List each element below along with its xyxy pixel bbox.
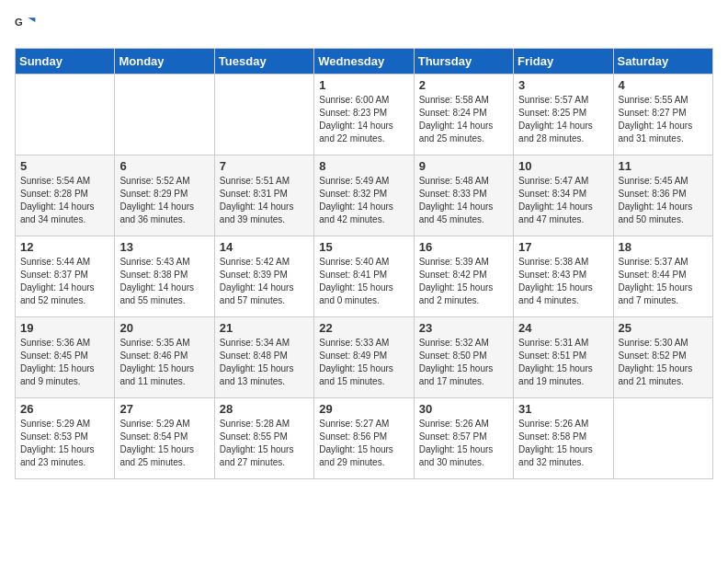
day-number: 28 — [220, 402, 309, 416]
calendar-cell: 28Sunrise: 5:28 AM Sunset: 8:55 PM Dayli… — [214, 398, 313, 479]
day-info: Sunrise: 5:33 AM Sunset: 8:49 PM Dayligh… — [319, 337, 408, 388]
day-number: 16 — [419, 240, 508, 254]
calendar-cell: 19Sunrise: 5:36 AM Sunset: 8:45 PM Dayli… — [16, 317, 115, 398]
day-info: Sunrise: 5:44 AM Sunset: 8:37 PM Dayligh… — [20, 256, 109, 307]
calendar-week-0: 1Sunrise: 6:00 AM Sunset: 8:23 PM Daylig… — [16, 75, 713, 155]
day-number: 26 — [20, 402, 109, 416]
day-info: Sunrise: 5:39 AM Sunset: 8:42 PM Dayligh… — [419, 256, 508, 307]
calendar-cell: 6Sunrise: 5:52 AM Sunset: 8:29 PM Daylig… — [115, 155, 214, 236]
calendar-cell: 1Sunrise: 6:00 AM Sunset: 8:23 PM Daylig… — [314, 75, 414, 155]
day-info: Sunrise: 5:27 AM Sunset: 8:56 PM Dayligh… — [319, 418, 408, 469]
calendar-cell: 21Sunrise: 5:34 AM Sunset: 8:48 PM Dayli… — [214, 317, 313, 398]
day-number: 6 — [119, 159, 209, 173]
day-info: Sunrise: 5:28 AM Sunset: 8:55 PM Dayligh… — [220, 418, 309, 469]
day-info: Sunrise: 5:40 AM Sunset: 8:41 PM Dayligh… — [319, 256, 408, 307]
day-info: Sunrise: 5:58 AM Sunset: 8:24 PM Dayligh… — [419, 94, 508, 145]
calendar-cell: 13Sunrise: 5:43 AM Sunset: 8:38 PM Dayli… — [115, 236, 214, 317]
day-info: Sunrise: 5:37 AM Sunset: 8:44 PM Dayligh… — [619, 256, 708, 307]
day-info: Sunrise: 5:45 AM Sunset: 8:36 PM Dayligh… — [619, 175, 708, 226]
calendar-header-wednesday: Wednesday — [314, 49, 414, 75]
day-number: 4 — [619, 78, 708, 92]
day-info: Sunrise: 5:26 AM Sunset: 8:58 PM Dayligh… — [518, 418, 608, 469]
calendar-cell — [214, 75, 313, 155]
day-number: 21 — [220, 321, 309, 335]
day-number: 14 — [220, 240, 309, 254]
day-info: Sunrise: 5:57 AM Sunset: 8:25 PM Dayligh… — [518, 94, 608, 145]
day-number: 13 — [119, 240, 209, 254]
day-info: Sunrise: 5:35 AM Sunset: 8:46 PM Dayligh… — [119, 337, 209, 388]
calendar-header-row: SundayMondayTuesdayWednesdayThursdayFrid… — [16, 49, 713, 75]
day-number: 12 — [20, 240, 109, 254]
day-number: 17 — [518, 240, 608, 254]
day-number: 31 — [518, 402, 608, 416]
day-number: 7 — [220, 159, 309, 173]
calendar-cell: 24Sunrise: 5:31 AM Sunset: 8:51 PM Dayli… — [514, 317, 613, 398]
calendar-week-1: 5Sunrise: 5:54 AM Sunset: 8:28 PM Daylig… — [16, 155, 713, 236]
day-info: Sunrise: 5:51 AM Sunset: 8:31 PM Dayligh… — [220, 175, 309, 226]
calendar-cell: 16Sunrise: 5:39 AM Sunset: 8:42 PM Dayli… — [414, 236, 513, 317]
calendar-cell: 3Sunrise: 5:57 AM Sunset: 8:25 PM Daylig… — [514, 75, 613, 155]
day-info: Sunrise: 5:38 AM Sunset: 8:43 PM Dayligh… — [518, 256, 608, 307]
calendar-cell: 15Sunrise: 5:40 AM Sunset: 8:41 PM Dayli… — [314, 236, 414, 317]
day-info: Sunrise: 5:48 AM Sunset: 8:33 PM Dayligh… — [419, 175, 508, 226]
logo: G — [15, 15, 40, 37]
svg-text:G: G — [15, 17, 23, 28]
calendar-cell: 23Sunrise: 5:32 AM Sunset: 8:50 PM Dayli… — [414, 317, 513, 398]
day-info: Sunrise: 5:34 AM Sunset: 8:48 PM Dayligh… — [220, 337, 309, 388]
day-number: 23 — [419, 321, 508, 335]
day-info: Sunrise: 5:54 AM Sunset: 8:28 PM Dayligh… — [20, 175, 109, 226]
calendar-cell: 20Sunrise: 5:35 AM Sunset: 8:46 PM Dayli… — [115, 317, 214, 398]
calendar-body: 1Sunrise: 6:00 AM Sunset: 8:23 PM Daylig… — [16, 75, 713, 479]
calendar-week-4: 26Sunrise: 5:29 AM Sunset: 8:53 PM Dayli… — [16, 398, 713, 479]
day-info: Sunrise: 6:00 AM Sunset: 8:23 PM Dayligh… — [319, 94, 408, 145]
svg-marker-1 — [28, 17, 35, 22]
day-number: 19 — [20, 321, 109, 335]
calendar-cell: 18Sunrise: 5:37 AM Sunset: 8:44 PM Dayli… — [613, 236, 712, 317]
day-info: Sunrise: 5:32 AM Sunset: 8:50 PM Dayligh… — [419, 337, 508, 388]
page-header: G — [15, 15, 713, 37]
calendar-cell: 4Sunrise: 5:55 AM Sunset: 8:27 PM Daylig… — [613, 75, 712, 155]
calendar-cell: 11Sunrise: 5:45 AM Sunset: 8:36 PM Dayli… — [613, 155, 712, 236]
day-number: 11 — [619, 159, 708, 173]
day-number: 8 — [319, 159, 408, 173]
day-info: Sunrise: 5:36 AM Sunset: 8:45 PM Dayligh… — [20, 337, 109, 388]
day-info: Sunrise: 5:30 AM Sunset: 8:52 PM Dayligh… — [619, 337, 708, 388]
calendar-header-friday: Friday — [514, 49, 613, 75]
day-info: Sunrise: 5:29 AM Sunset: 8:54 PM Dayligh… — [119, 418, 209, 469]
day-number: 2 — [419, 78, 508, 92]
calendar-cell: 8Sunrise: 5:49 AM Sunset: 8:32 PM Daylig… — [314, 155, 414, 236]
day-info: Sunrise: 5:26 AM Sunset: 8:57 PM Dayligh… — [419, 418, 508, 469]
calendar-header-tuesday: Tuesday — [214, 49, 313, 75]
day-info: Sunrise: 5:43 AM Sunset: 8:38 PM Dayligh… — [119, 256, 209, 307]
calendar-cell: 25Sunrise: 5:30 AM Sunset: 8:52 PM Dayli… — [613, 317, 712, 398]
calendar-cell: 17Sunrise: 5:38 AM Sunset: 8:43 PM Dayli… — [514, 236, 613, 317]
calendar-cell: 14Sunrise: 5:42 AM Sunset: 8:39 PM Dayli… — [214, 236, 313, 317]
calendar-cell: 22Sunrise: 5:33 AM Sunset: 8:49 PM Dayli… — [314, 317, 414, 398]
day-number: 1 — [319, 78, 408, 92]
day-info: Sunrise: 5:47 AM Sunset: 8:34 PM Dayligh… — [518, 175, 608, 226]
day-number: 22 — [319, 321, 408, 335]
day-number: 15 — [319, 240, 408, 254]
day-info: Sunrise: 5:55 AM Sunset: 8:27 PM Dayligh… — [619, 94, 708, 145]
calendar-cell: 7Sunrise: 5:51 AM Sunset: 8:31 PM Daylig… — [214, 155, 313, 236]
day-number: 24 — [518, 321, 608, 335]
calendar-cell: 30Sunrise: 5:26 AM Sunset: 8:57 PM Dayli… — [414, 398, 513, 479]
calendar-cell: 26Sunrise: 5:29 AM Sunset: 8:53 PM Dayli… — [16, 398, 115, 479]
day-number: 20 — [119, 321, 209, 335]
day-number: 30 — [419, 402, 508, 416]
calendar-cell: 10Sunrise: 5:47 AM Sunset: 8:34 PM Dayli… — [514, 155, 613, 236]
day-info: Sunrise: 5:49 AM Sunset: 8:32 PM Dayligh… — [319, 175, 408, 226]
calendar-cell — [613, 398, 712, 479]
calendar-header-thursday: Thursday — [414, 49, 513, 75]
calendar-header-monday: Monday — [115, 49, 214, 75]
day-number: 9 — [419, 159, 508, 173]
day-info: Sunrise: 5:42 AM Sunset: 8:39 PM Dayligh… — [220, 256, 309, 307]
day-number: 10 — [518, 159, 608, 173]
day-number: 3 — [518, 78, 608, 92]
day-number: 29 — [319, 402, 408, 416]
calendar-cell — [115, 75, 214, 155]
logo-icon: G — [15, 15, 37, 37]
calendar-cell: 9Sunrise: 5:48 AM Sunset: 8:33 PM Daylig… — [414, 155, 513, 236]
calendar-cell: 29Sunrise: 5:27 AM Sunset: 8:56 PM Dayli… — [314, 398, 414, 479]
calendar-cell: 27Sunrise: 5:29 AM Sunset: 8:54 PM Dayli… — [115, 398, 214, 479]
